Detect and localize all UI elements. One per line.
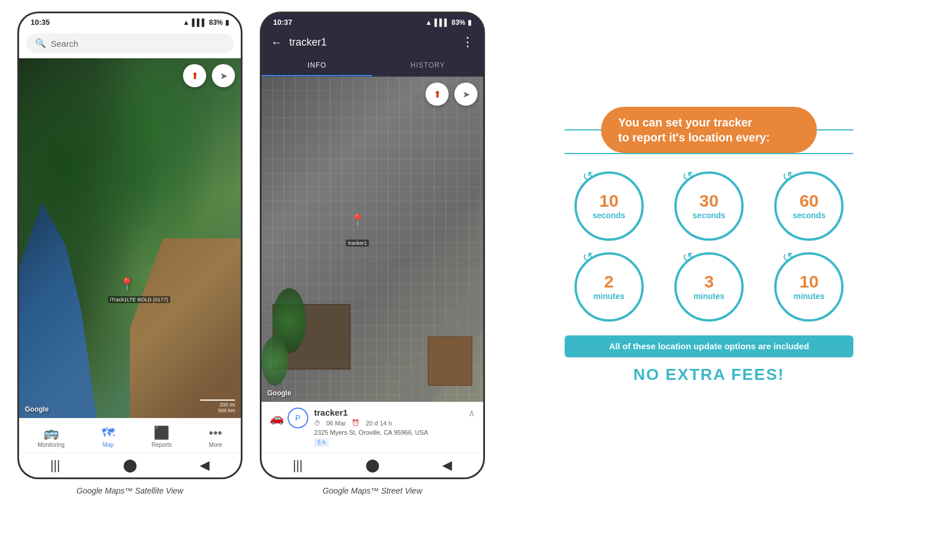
map-desert (130, 238, 241, 419)
aerial-compass-icon: ⬆ (434, 89, 441, 100)
more-icon: ••• (209, 425, 222, 440)
phone1-time: 10:35 (31, 18, 50, 27)
map-ocean (19, 202, 96, 418)
phone2-battery-icon: ▮ (468, 18, 472, 27)
aerial-compass-button[interactable]: ⬆ (426, 83, 449, 106)
info-headline-text: You can set your trackerto report it's l… (618, 115, 800, 145)
phone1-status-bar: 10:35 ▲ ▌▌▌ 83% ▮ (19, 13, 241, 29)
phone2-android-home-btn[interactable]: ⬤ (365, 458, 380, 473)
nav-map-label: Map (102, 442, 113, 448)
banner-row: You can set your trackerto report it's l… (565, 107, 853, 153)
map-tracker-label: iTrack1LTE BOLD (0177) (108, 296, 171, 303)
tracker-meta: ⏱ 06 Mar ⏰ 20 d 14 h (314, 419, 462, 427)
phone1-search-bar[interactable]: 🔍 Search (19, 29, 241, 58)
circle-ring-60s: 60 seconds (774, 171, 844, 241)
circle-unit-10m: minutes (793, 292, 824, 301)
tracker-p-icon: P (288, 408, 308, 428)
circle-number-2m: 2 (604, 273, 614, 290)
phone2-battery: 83% (451, 18, 465, 27)
aerial-navigate-button[interactable]: ➤ (454, 83, 477, 106)
search-icon: 🔍 (35, 38, 46, 48)
timer-icon: ⏰ (352, 419, 360, 427)
navigate-icon: ➤ (220, 70, 227, 81)
satellite-map: ⬆ ➤ 📍 iTrack1LTE BOLD (0177) Google 200 (19, 58, 241, 418)
phone2-bars-icon: ▌▌▌ (434, 18, 449, 27)
tracker-info-panel: 🚗 P tracker1 ⏱ 06 Mar ⏰ 20 d 14 h 232 (262, 402, 483, 453)
circle-unit-2m: minutes (594, 292, 625, 301)
car-icon: 🚗 (270, 411, 284, 425)
phone1-with-caption: 10:35 ▲ ▌▌▌ 83% ▮ 🔍 Search (17, 12, 242, 495)
phone2-android-nav: ||| ⬤ ◀ (262, 453, 483, 477)
phone2-status-bar: 10:37 ▲ ▌▌▌ 83% ▮ (262, 13, 483, 29)
circle-ring-30s: 30 seconds (674, 171, 744, 241)
map-scale: 200 mi 500 km (200, 400, 235, 413)
main-container: 10:35 ▲ ▌▌▌ 83% ▮ 🔍 Search (0, 0, 933, 507)
phone2-android-back-btn[interactable]: ◀ (442, 458, 452, 473)
phone1-mockup: 10:35 ▲ ▌▌▌ 83% ▮ 🔍 Search (17, 12, 242, 479)
phone2-caption: Google Maps™ Street View (323, 486, 423, 495)
left-divider-line (565, 129, 601, 130)
fees-banner: All of these location update options are… (565, 335, 853, 357)
phone2-title: tracker1 (289, 36, 454, 48)
map-pin: 📍 (119, 277, 135, 292)
circle-10s: 10 seconds (565, 171, 653, 241)
map-icon: 🗺 (102, 425, 114, 440)
nav-more[interactable]: ••• More (203, 423, 228, 450)
phone1-battery-icon: ▮ (225, 18, 229, 27)
circle-number-3m: 3 (704, 273, 714, 290)
search-input[interactable]: 🔍 Search (26, 33, 234, 53)
phone1-battery: 83% (209, 18, 223, 27)
phone1-map-area: ⬆ ➤ 📍 iTrack1LTE BOLD (0177) Google 200 (19, 58, 241, 418)
tab-info[interactable]: INFO (262, 55, 372, 76)
scroll-up-button[interactable]: ∧ (468, 408, 475, 419)
phone2-aerial-map: ⬆ ➤ 📍 tracker1 Google (262, 77, 483, 402)
phone2-mockup: 10:37 ▲ ▌▌▌ 83% ▮ ← tracker1 ⋮ INF (260, 12, 485, 479)
circle-unit-10s: seconds (592, 211, 625, 220)
circle-number-30s: 30 (699, 192, 718, 210)
android-home-btn[interactable]: ⬤ (123, 458, 137, 473)
phone1-status-right: ▲ ▌▌▌ 83% ▮ (183, 18, 229, 27)
phones-row: 10:35 ▲ ▌▌▌ 83% ▮ 🔍 Search (17, 12, 485, 495)
circle-60s: 60 seconds (765, 171, 853, 241)
map-compass-button[interactable]: ⬆ (183, 64, 206, 87)
nav-monitoring-label: Monitoring (38, 442, 65, 448)
tracker-info-header: 🚗 P tracker1 ⏱ 06 Mar ⏰ 20 d 14 h 232 (270, 408, 475, 447)
tracker-date: 06 Mar (326, 420, 346, 427)
reports-icon: ⬛ (154, 425, 169, 440)
right-divider-line (817, 129, 853, 130)
map-navigate-button[interactable]: ➤ (212, 64, 235, 87)
circle-unit-3m: minutes (693, 292, 725, 301)
nav-reports[interactable]: ⬛ Reports (145, 423, 177, 450)
phone1-signal-icon: ▲ (183, 18, 190, 27)
tracker-duration: 20 d 14 h (365, 420, 392, 427)
android-menu-btn[interactable]: ||| (50, 458, 60, 473)
circle-3m: 3 minutes (665, 252, 753, 322)
no-extra-fees-text: NO EXTRA FEES! (565, 365, 853, 384)
phone1-bottom-nav: 🚌 Monitoring 🗺 Map ⬛ Reports ••• More (19, 418, 241, 453)
menu-button[interactable]: ⋮ (461, 35, 474, 50)
circle-number-10m: 10 (800, 273, 819, 290)
circle-ring-3m: 3 minutes (674, 252, 744, 322)
phone1-bars-icon: ▌▌▌ (192, 18, 207, 27)
info-headline-banner: You can set your trackerto report it's l… (601, 107, 817, 153)
android-back-btn[interactable]: ◀ (200, 458, 210, 473)
parking-lot (262, 77, 483, 402)
back-button[interactable]: ← (271, 36, 282, 49)
circles-grid: 10 seconds 30 seconds 60 seconds (565, 171, 853, 322)
tab-history[interactable]: HISTORY (372, 55, 483, 76)
circle-ring-10m: 10 minutes (774, 252, 844, 322)
circle-unit-60s: seconds (793, 211, 826, 220)
circle-ring-2m: 2 minutes (574, 252, 644, 322)
tracker-icons: 🚗 P (270, 408, 308, 428)
circle-unit-30s: seconds (693, 211, 726, 220)
phone2-with-caption: 10:37 ▲ ▌▌▌ 83% ▮ ← tracker1 ⋮ INF (260, 12, 485, 495)
map-google-logo: Google (25, 405, 48, 413)
nav-reports-label: Reports (151, 442, 171, 448)
phone2-time: 10:37 (273, 18, 292, 27)
phone2-android-menu-btn[interactable]: ||| (293, 458, 303, 473)
nav-monitoring[interactable]: 🚌 Monitoring (32, 423, 70, 450)
tracker-address: 2325 Myers St, Oroville, CA 95966, USA (314, 429, 462, 436)
phone2-status-right: ▲ ▌▌▌ 83% ▮ (426, 18, 472, 27)
nav-map[interactable]: 🗺 Map (96, 423, 120, 450)
info-card: You can set your trackerto report it's l… (542, 89, 876, 401)
